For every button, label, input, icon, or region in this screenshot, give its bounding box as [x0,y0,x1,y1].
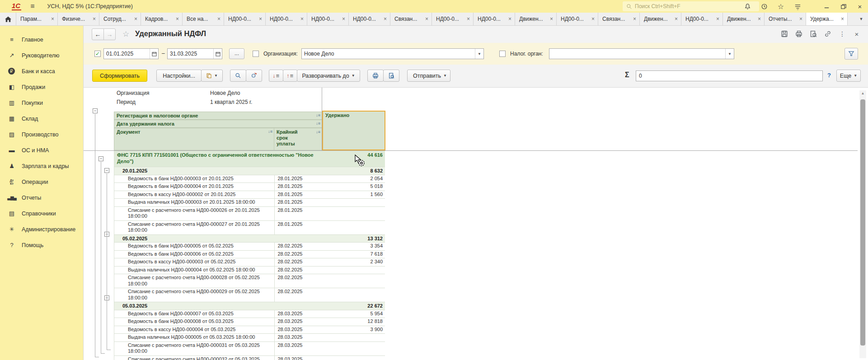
report-detail-row[interactable]: Списание с расчетного счета НД00-000029 … [114,288,385,302]
tab-20[interactable]: Удержа...× [806,13,848,25]
sidebar-item-prodazhi[interactable]: ◧Продажи [0,79,83,95]
report-detail-row[interactable]: Ведомость в банк НД00-000008 от 05.03.20… [114,318,385,326]
period-checkbox[interactable]: ✓ [94,51,101,57]
expander-level2[interactable]: − [99,156,103,161]
close-form-icon[interactable]: × [853,30,861,38]
minimize-icon[interactable] [823,3,830,10]
sidebar-item-otchety[interactable]: ▃▆▄Отчеты [0,190,83,206]
report-detail-row[interactable]: Ведомость в банк НД00-000007 от 05.03.20… [114,310,385,318]
report-detail-row[interactable]: Ведомость в кассу НД00-000003 от 05.02.2… [114,258,385,266]
expand-to-button[interactable]: Разворачивать до▼ [297,70,360,82]
period-to-field[interactable] [167,48,222,59]
filter-settings-button[interactable] [845,48,858,60]
period-from-field[interactable] [103,48,159,59]
report-total-row[interactable]: ФНС 7715 КПП 771501001 (Общество с огран… [114,151,385,167]
tax-authority-combobox[interactable]: ▼ [549,48,734,59]
calendar-icon[interactable] [150,49,158,59]
tab-close-icon[interactable]: × [217,16,221,22]
restore-icon[interactable] [840,3,847,10]
tax-authority-input[interactable] [549,51,725,57]
preview-button[interactable] [383,70,399,82]
tab-close-icon[interactable]: × [633,16,636,22]
sort-icon[interactable]: ↓≡ [316,129,320,135]
report-group-row-3[interactable]: 05.03.202522 672 [114,302,385,310]
service-menu-icon[interactable] [794,3,801,10]
tab-close-icon[interactable]: × [591,16,595,22]
report-detail-row[interactable]: Ведомость в банк НД00-000004 от 20.01.20… [114,183,385,191]
tab-1[interactable]: Парам...× [16,13,58,25]
header-deadline[interactable]: Крайний срок уплаты↓≡ [274,128,322,150]
find-button[interactable] [230,70,246,82]
tab-overflow-button[interactable]: ▼ [854,13,868,25]
tab-close-icon[interactable]: × [93,16,96,22]
sort-icon[interactable]: ↓≡ [316,121,320,126]
report-detail-row[interactable]: Списание с расчетного счета НД00-000028 … [114,274,385,288]
tab-18[interactable]: Движен...× [723,13,765,25]
organization-checkbox[interactable] [253,51,259,57]
tab-close-icon[interactable]: × [384,16,387,22]
report-detail-row[interactable]: Ведомость в банк НД00-000005 от 05.02.20… [114,243,385,251]
expand-rows-button[interactable]: ↑≣ [283,70,297,82]
tab-close-icon[interactable]: × [467,16,470,22]
tab-close-icon[interactable]: × [675,16,678,22]
tab-close-icon[interactable]: × [841,16,844,22]
report-detail-row[interactable]: Выдача наличных НД00-000004 от 05.02.202… [114,266,385,275]
tab-16[interactable]: Движен...× [640,13,681,25]
favorites-star-icon[interactable]: ☆ [777,3,784,10]
scrollbar-thumb[interactable] [860,99,865,346]
report-detail-row[interactable]: Списание с расчетного счета НД00-000031 … [114,342,385,356]
tab-10[interactable]: Связан...× [390,13,432,25]
header-hold-date[interactable]: Дата удержания налога↓≡ [114,120,322,128]
tab-close-icon[interactable]: × [758,16,761,22]
report-variants-button[interactable]: ▼ [201,70,223,82]
tab-8[interactable]: НД00-0...× [307,13,349,25]
get-link-icon[interactable] [824,30,832,38]
calendar-icon[interactable] [213,49,222,59]
organization-combobox[interactable]: ▼ [301,48,484,59]
report-detail-row[interactable]: Ведомость в банк НД00-000003 от 20.01.20… [114,175,385,183]
tab-close-icon[interactable]: × [799,16,802,22]
tab-7[interactable]: НД00-0...× [266,13,307,25]
sidebar-item-proizvodstvo[interactable]: ▨Производство [0,126,83,142]
sidebar-item-administrirovanie[interactable]: ✳Администрирование [0,221,83,237]
sort-icon[interactable]: ↓≡ [268,129,272,134]
report-group-row-2[interactable]: 05.02.202513 312 [114,235,385,243]
period-from-input[interactable] [104,51,150,57]
send-button[interactable]: Отправить ▼ [407,70,450,82]
sidebar-item-glavnoe[interactable]: ≡Главное [0,32,83,47]
sidebar-item-rukovoditelyu[interactable]: ↗Руководителю [0,47,83,63]
sidebar-item-os-i-nma[interactable]: ▬ОС и НМА [0,142,83,158]
chevron-down-icon[interactable]: ▼ [475,49,483,59]
report-detail-row[interactable]: Ведомость в кассу НД00-000002 от 20.01.2… [114,191,385,199]
find-next-button[interactable] [246,70,262,82]
main-menu-icon[interactable]: ≡ [30,2,34,10]
expander-group-1[interactable]: − [104,168,109,173]
generate-button[interactable]: Сформировать [92,70,147,82]
expander-level1[interactable]: − [93,108,98,113]
forward-button[interactable]: → [103,28,116,40]
sort-icon[interactable]: ↓≡ [316,113,320,117]
autosum-input[interactable] [636,70,823,81]
report-detail-row[interactable]: Ведомость в кассу НД00-000004 от 05.03.2… [114,326,385,334]
header-withheld-selected-cell[interactable]: Удержано [322,111,385,150]
report-detail-row[interactable]: Списание с расчетного счета НД00-000032 … [114,356,385,360]
tab-17[interactable]: НД00-0...× [681,13,723,25]
tax-authority-checkbox[interactable] [499,51,506,57]
header-document[interactable]: Документ↓≡ [114,128,274,150]
more-button[interactable]: Еще▼ [836,70,861,82]
history-icon[interactable] [760,3,768,10]
sidebar-item-zarplata-i-kadry[interactable]: ♟Зарплата и кадры [0,158,83,174]
tab-close-icon[interactable]: × [134,16,137,22]
tab-close-icon[interactable]: × [259,16,262,22]
tab-close-icon[interactable]: × [342,16,345,22]
tab-close-icon[interactable]: × [176,16,179,22]
notifications-bell-icon[interactable] [744,3,751,10]
report-detail-row[interactable]: Списание с расчетного счета НД00-000027 … [114,221,385,235]
period-to-input[interactable] [168,51,213,57]
tab-4[interactable]: Кадров...× [141,13,183,25]
save-icon[interactable] [780,30,788,38]
sidebar-item-spravochniki[interactable]: ▤Справочники [0,206,83,221]
tab-6[interactable]: НД00-0...× [224,13,266,25]
tab-3[interactable]: Сотруд...× [99,13,141,25]
print-icon[interactable] [795,30,803,38]
